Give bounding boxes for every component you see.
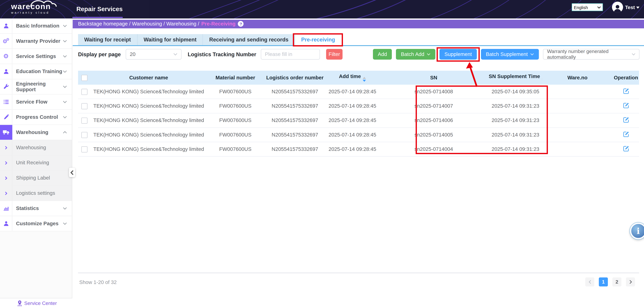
cell-logistics-order-number: N205541575332697 (264, 118, 326, 123)
table-row: TEK(HONG KONG) Science&Technology limite… (78, 85, 639, 99)
sidebar-item-label: Service Settings (16, 54, 63, 59)
sidebar-item-service-settings[interactable]: ⚙Service Settings (0, 49, 72, 64)
cell-add-time: 2025-07-14 09:28:45 (326, 146, 379, 152)
chevron-down-icon (63, 70, 67, 73)
user-name-label: Test (625, 5, 635, 10)
chevron-down-icon (63, 101, 67, 103)
col-sn-supplement-time[interactable]: SN Supplement Time (489, 74, 542, 82)
sidebar-item-statistics[interactable]: Statistics (0, 201, 72, 216)
chevron-down-icon (63, 116, 67, 118)
sidebar-item-progress-control[interactable]: Progress Control (0, 110, 72, 125)
sidebar-item-engineering-support[interactable]: Engineering Support (0, 79, 72, 95)
sidebar-item-education-training[interactable]: Education Training (0, 64, 72, 79)
batch-supplement-button[interactable]: Batch Supplement (481, 49, 539, 60)
edit-icon[interactable] (622, 131, 630, 138)
tab-pre-receiving[interactable]: Pre-receiving (295, 34, 341, 45)
sidebar-item-customize-pages[interactable]: Customize Pages (0, 216, 72, 231)
pagination: 12 (585, 277, 635, 286)
cell-sn: sn2025-0714006 (379, 118, 489, 123)
edit-icon[interactable] (622, 145, 630, 152)
pre-receiving-table: Customer name Material number Logistics … (78, 71, 639, 157)
app-window: wareconn warranty cloud Repair Services … (0, 0, 644, 308)
table-row: TEK(HONG KONG) Science&Technology limite… (78, 113, 639, 128)
cell-logistics-order-number: N205541575332697 (264, 103, 326, 109)
cell-material-number: FW007600US (207, 89, 264, 95)
location-pin-icon (17, 300, 22, 306)
sidebar-collapse-handle[interactable] (69, 168, 75, 177)
sidebar-subitem-unit-receiving[interactable]: Unit Receiving (0, 155, 72, 171)
select-all-checkbox[interactable] (81, 75, 87, 81)
warranty-mode-select[interactable]: Warranty number generated automatically (543, 49, 640, 60)
user-avatar[interactable] (612, 2, 623, 13)
tab-waiting-for-shipment[interactable]: Waiting for shipment (138, 34, 203, 45)
sidebar-subitem-warehousing[interactable]: Warehousing (0, 140, 72, 155)
sidebar-item-warranty-provider[interactable]: ⚙⚙Warranty Provider (0, 34, 72, 49)
table-header-row: Customer name Material number Logistics … (78, 71, 639, 85)
edit-icon[interactable] (622, 102, 630, 109)
user-icon (0, 64, 12, 79)
supplement-button[interactable]: Supplement (440, 49, 477, 60)
cell-customer-name: TEK(HONG KONG) Science&Technology limite… (90, 89, 207, 95)
user-menu[interactable]: Test (625, 0, 640, 15)
cell-add-time: 2025-07-14 09:28:45 (326, 118, 379, 123)
service-center-link[interactable]: Service Center (17, 300, 57, 306)
edit-icon[interactable] (622, 116, 630, 123)
cell-material-number: FW007600US (207, 103, 264, 109)
tab-waiting-for-receipt[interactable]: Waiting for receipt (78, 34, 138, 45)
brand-tagline: warranty cloud (11, 11, 51, 14)
nav-active-underline (72, 17, 123, 18)
row-checkbox[interactable] (81, 89, 87, 95)
help-icon[interactable]: ? (238, 21, 244, 27)
row-checkbox[interactable] (81, 132, 87, 138)
filter-row: Display per page 20 Logistics Tracking N… (78, 49, 342, 60)
sidebar-item-basic-information[interactable]: Basic Information (0, 19, 72, 34)
cell-sn-supplement-time: 2025-07-14 09:35:05 (489, 89, 542, 95)
tab-receiving-and-sending-records[interactable]: Receiving and sending records (203, 34, 295, 45)
add-button[interactable]: Add (373, 49, 392, 60)
warranty-mode-value: Warranty number generated automatically (547, 49, 632, 60)
language-select[interactable]: English (572, 3, 603, 11)
edit-icon[interactable] (622, 88, 630, 95)
sidebar-subitem-logistics-settings[interactable]: Logistics settings (0, 186, 72, 201)
sidebar-item-label: Service Flow (16, 99, 63, 105)
cell-material-number: FW007600US (207, 132, 264, 138)
page-size-select[interactable]: 20 (126, 49, 182, 60)
row-checkbox[interactable] (81, 103, 87, 109)
sort-icon[interactable] (362, 77, 366, 82)
cell-sn: sn2025-0714007 (379, 103, 489, 109)
chart-icon (0, 201, 12, 216)
row-checkbox[interactable] (81, 146, 87, 152)
table-row: TEK(HONG KONG) Science&Technology limite… (78, 99, 639, 113)
cell-material-number: FW007600US (207, 146, 264, 152)
prev-page-button[interactable] (585, 277, 594, 286)
cogs-icon: ⚙⚙ (0, 34, 12, 49)
pagination-summary: Show 1-20 of 32 (79, 277, 117, 288)
page-title[interactable]: Repair Services (76, 0, 123, 17)
breadcrumb[interactable]: Backstage homepage / Warehousing / Wareh… (73, 20, 644, 28)
info-floating-button[interactable]: i (630, 223, 644, 239)
next-page-button[interactable] (626, 277, 635, 286)
sidebar: Basic Information⚙⚙Warranty Provider⚙Ser… (0, 19, 72, 298)
col-add-time-label: Add time (339, 74, 361, 79)
breadcrumb-path[interactable]: Backstage homepage / Warehousing / Wareh… (78, 21, 199, 27)
sidebar-item-service-flow[interactable]: Service Flow (0, 95, 72, 110)
filter-button[interactable]: Filter (326, 49, 342, 60)
chevron-right-icon (0, 140, 12, 155)
batch-supplement-label: Batch Supplement (486, 51, 528, 57)
row-checkbox[interactable] (81, 117, 87, 123)
batch-add-button[interactable]: Batch Add (396, 49, 435, 60)
col-add-time[interactable]: Add time (326, 74, 379, 82)
sidebar-item-warehousing[interactable]: Warehousing (0, 125, 72, 140)
page-button-2[interactable]: 2 (612, 277, 622, 286)
col-sn: SN (379, 75, 489, 81)
brand-logo[interactable]: wareconn warranty cloud (11, 3, 51, 14)
col-logistics-order-number: Logistics order number (264, 75, 326, 81)
tracking-number-input[interactable] (261, 49, 320, 60)
display-per-page-label: Display per page (78, 51, 121, 57)
list-icon (0, 95, 12, 109)
sidebar-item-label: Progress Control (16, 114, 63, 120)
sidebar-subitem-shipping-label[interactable]: Shipping Label (0, 171, 72, 186)
col-customer-name: Customer name (90, 75, 207, 81)
chevron-down-icon (63, 222, 67, 225)
page-button-1[interactable]: 1 (599, 277, 608, 286)
